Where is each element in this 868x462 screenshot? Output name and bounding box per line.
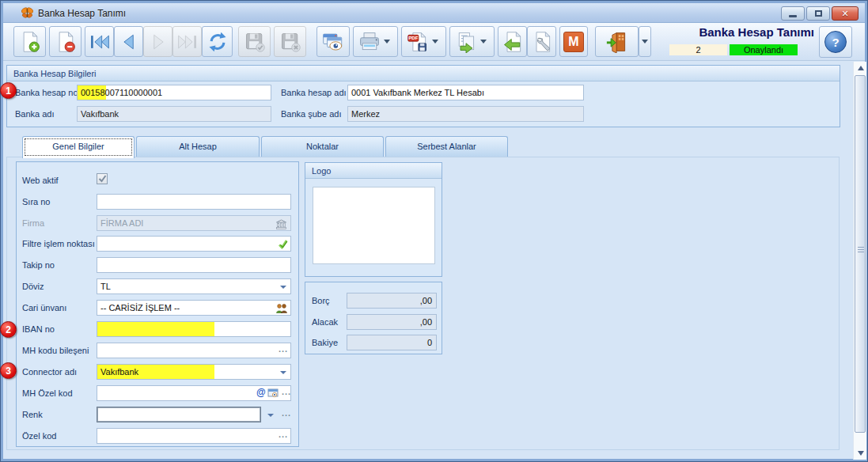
scrollbar-grip — [858, 247, 864, 254]
banka-sube-adi-input — [347, 106, 584, 122]
mh-kodu-bileseni-input[interactable] — [97, 343, 291, 358]
export-pdf-button[interactable]: PDF — [401, 26, 446, 57]
page-remove-icon — [55, 31, 77, 53]
banka-adi-input — [77, 106, 271, 122]
ozel-kod-input[interactable] — [97, 428, 291, 444]
vertical-scrollbar[interactable] — [853, 62, 866, 460]
revert-button[interactable] — [498, 26, 527, 57]
app-window: Banka Hesap Tanımı ✕ — [0, 0, 868, 462]
chevron-down-icon — [280, 371, 286, 374]
copy-record-button[interactable] — [449, 26, 495, 57]
preview-button[interactable] — [316, 26, 350, 57]
panel-title: Banka Hesap Tanımı — [608, 25, 814, 39]
arrow-up-icon — [858, 66, 864, 70]
tools-button[interactable] — [527, 26, 556, 57]
bank-building-icon — [275, 219, 287, 229]
sira-no-input[interactable] — [97, 194, 291, 210]
new-record-button[interactable] — [13, 26, 46, 57]
banka-hesap-adi-input[interactable] — [347, 85, 584, 100]
field-renk: Renk ... — [22, 407, 294, 422]
connector-adi-combobox[interactable]: Vakıfbank — [97, 364, 291, 380]
last-record-button — [172, 26, 202, 57]
firma-input — [97, 215, 291, 231]
print-dropdown-arrow[interactable] — [384, 40, 390, 44]
people-icon[interactable] — [275, 303, 288, 314]
delete-record-button[interactable] — [49, 26, 81, 57]
bakiye-label: Bakiye — [312, 338, 338, 347]
help-button[interactable]: ? — [819, 26, 852, 58]
last-arrow-icon — [176, 31, 199, 53]
banka-hesap-no-input[interactable] — [77, 85, 271, 100]
renk-ellipsis-button[interactable]: ... — [282, 408, 291, 418]
field-sira-no: Sıra no — [22, 194, 294, 210]
pdf-dropdown-arrow[interactable] — [432, 40, 438, 44]
tab-noktalar[interactable]: Noktalar — [261, 136, 384, 157]
bakiye-row: Bakiye 0 — [312, 335, 438, 350]
scroll-down-button[interactable] — [854, 447, 867, 460]
field-doviz: Döviz TL — [22, 278, 294, 294]
tab-serbest-alanlar[interactable]: Serbest Alanlar — [385, 136, 508, 157]
doviz-value: TL — [100, 282, 111, 291]
chevron-down-icon — [280, 286, 286, 289]
mh-kodu-ellipsis-button[interactable]: ... — [279, 344, 288, 354]
previous-record-button[interactable] — [114, 26, 143, 57]
scroll-up-button[interactable] — [854, 62, 867, 74]
logo-group: Logo — [305, 162, 442, 277]
record-number: 2 — [669, 44, 727, 55]
print-button[interactable] — [353, 26, 398, 57]
grid-eye-icon[interactable] — [267, 388, 279, 398]
filtre-islem-noktasi-label: Filtre işlem noktası — [22, 239, 95, 248]
filtre-islem-noktasi-input[interactable] — [97, 236, 291, 252]
save-cancel-button — [274, 26, 306, 57]
renk-combobox[interactable] — [97, 407, 261, 422]
connector-adi-label: Connector adı — [22, 367, 77, 377]
borc-row: Borç ,00 — [312, 293, 438, 309]
printer-icon — [358, 31, 381, 53]
refresh-button[interactable] — [202, 26, 233, 57]
maximize-button[interactable] — [806, 6, 830, 21]
first-arrow-icon — [89, 31, 111, 53]
window-eye-icon — [322, 31, 344, 53]
iban-no-label: IBAN no — [22, 324, 55, 334]
web-aktif-label: Web aktif — [22, 176, 59, 185]
close-button[interactable]: ✕ — [832, 6, 859, 21]
field-iban-no: IBAN no — [22, 321, 294, 337]
green-check-icon[interactable] — [277, 239, 289, 249]
copy-arrow-icon — [455, 31, 477, 53]
minimize-button[interactable] — [781, 6, 805, 21]
pdf-badge-text: PDF — [408, 35, 418, 40]
status-badge: Onaylandı — [730, 44, 798, 55]
field-cari-unvani: Cari ünvanı — [22, 300, 294, 316]
ozel-kod-label: Özel kod — [22, 431, 56, 441]
banka-hesap-adi-label: Banka hesap adı — [281, 88, 347, 97]
field-connector-adi: Connector adı Vakıfbank — [22, 364, 294, 380]
doviz-combobox[interactable]: TL — [97, 278, 291, 294]
bakiye-value: 0 — [347, 335, 437, 350]
account-info-group: Banka Hesap Bilgileri Banka hesap no Ban… — [6, 65, 840, 127]
alacak-row: Alacak ,00 — [312, 314, 438, 330]
previous-arrow-icon — [118, 31, 140, 53]
page-wrench-icon — [531, 31, 553, 53]
cari-unvani-input[interactable] — [97, 300, 291, 316]
logo-image-placeholder[interactable] — [313, 187, 435, 264]
toolbar: PDF M Banka Hesap Tanımı 2 Onaylandı ? — [3, 23, 865, 61]
tab-alt-hesap[interactable]: Alt Hesap — [136, 136, 260, 157]
logo-header: Logo — [305, 163, 442, 179]
alacak-label: Alacak — [312, 317, 338, 327]
ozel-kod-ellipsis-button[interactable]: ... — [279, 430, 288, 439]
scrollbar-thumb[interactable] — [855, 75, 866, 433]
tab-genel-bilgiler[interactable]: Genel Bilgiler — [22, 136, 135, 158]
at-sign-icon[interactable]: @ — [256, 387, 266, 398]
copy-dropdown-arrow[interactable] — [480, 40, 487, 44]
borc-label: Borç — [312, 296, 330, 305]
m-square-icon: M — [563, 32, 584, 52]
web-aktif-checkbox[interactable] — [97, 173, 108, 184]
iban-no-input[interactable] — [97, 321, 291, 337]
takip-no-input[interactable] — [97, 257, 291, 273]
first-record-button[interactable] — [85, 26, 114, 57]
titlebar: Banka Hesap Tanımı ✕ — [3, 3, 865, 23]
mh-ozel-kod-ellipsis-button[interactable]: ... — [282, 387, 291, 396]
chevron-down-icon[interactable] — [267, 414, 274, 417]
help-icon: ? — [824, 31, 847, 53]
m-module-button[interactable]: M — [559, 26, 588, 57]
